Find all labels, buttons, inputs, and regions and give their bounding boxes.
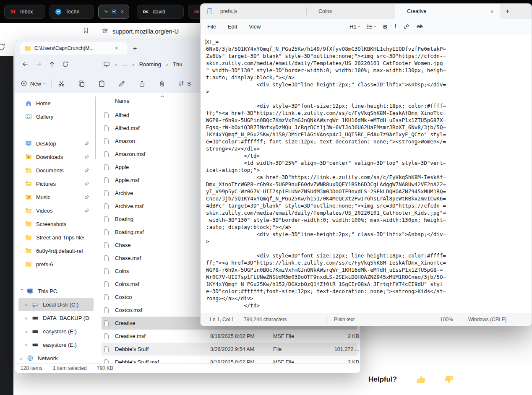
- browser-tab-inbox[interactable]: M Inbox: [4, 5, 45, 19]
- sidebar-item[interactable]: Videos: [18, 204, 94, 217]
- sidebar-tree-item[interactable]: › easystore (E:): [18, 325, 94, 338]
- file-row[interactable]: Debbie's Stuff 3/26/2023 9:54 AM File 10…: [102, 343, 357, 356]
- link-icon: [403, 23, 409, 30]
- sidebar-item[interactable]: Pictures: [18, 177, 94, 190]
- list-button[interactable]: ›: [367, 23, 376, 30]
- explorer-tab[interactable]: C:\Users\CapnCrunch(M... ×: [20, 42, 127, 55]
- browser-tab-active[interactable]: R ×: [98, 5, 129, 19]
- sidebar-tree-item[interactable]: › Network: [18, 351, 94, 364]
- bookmark-icon[interactable]: [82, 27, 89, 34]
- refresh-button[interactable]: [59, 57, 72, 71]
- sidebar-item-icon: [32, 301, 39, 308]
- browser-tab-tech[interactable]: Techn: [50, 5, 94, 19]
- notepad-tab-prefs[interactable]: prefs.js: [216, 4, 306, 19]
- file-row[interactable]: Debbie's Stuff.msf 8/18/2025 8:02 PM MSF…: [102, 356, 357, 364]
- strikethrough-button[interactable]: ab: [417, 23, 422, 29]
- chevron-icon[interactable]: ›: [19, 288, 26, 293]
- sidebar-item-label: Home: [36, 100, 94, 107]
- sidebar-item-icon: [25, 167, 32, 174]
- bold-button[interactable]: B: [383, 23, 387, 30]
- menu-edit[interactable]: Edit: [222, 23, 243, 30]
- pin-icon: [84, 154, 89, 159]
- new-tab-button[interactable]: +: [133, 45, 137, 52]
- chevron-icon[interactable]: ›: [25, 328, 29, 335]
- sidebar-item[interactable]: prefs-6: [18, 257, 94, 271]
- sidebar-item[interactable]: Music: [18, 190, 94, 204]
- this-pc-icon[interactable]: [103, 61, 110, 68]
- item-count: 128 items: [21, 365, 42, 371]
- sidebar-item[interactable]: Downloads: [18, 150, 94, 164]
- sidebar-item[interactable]: Street and Trips files: [18, 231, 94, 244]
- code-line: 1KY4xYQmqf_N_PGu25Kw/h150/3MirElAGiVAnsp…: [206, 131, 532, 138]
- code-line: [206, 245, 532, 252]
- share-button[interactable]: [137, 78, 147, 88]
- code-line: yT_V99p5yC-Wr0G7V-UII7sp1FLUNeZNSUdM3m03…: [206, 188, 532, 195]
- link-button[interactable]: [403, 23, 409, 30]
- breadcrumb-roaming[interactable]: Roaming: [139, 61, 161, 68]
- sidebar-tree-item[interactable]: › Local Disk (C:): [18, 298, 94, 311]
- sort-button[interactable]: S: [178, 80, 191, 87]
- menu-file[interactable]: File: [201, 23, 222, 30]
- sidebar-tree-item[interactable]: › easystore (E:): [18, 338, 94, 351]
- rename-button[interactable]: [117, 78, 127, 88]
- breadcrumb-separator: ›: [115, 61, 117, 68]
- status-divider: [463, 317, 463, 323]
- close-icon[interactable]: ×: [490, 8, 493, 15]
- sidebar-item-label: Pictures: [36, 181, 84, 187]
- sidebar-item-label: Local Disk (C:): [43, 301, 94, 308]
- heading-button[interactable]: H1 ›: [349, 23, 360, 30]
- chevron-icon[interactable]: ›: [25, 301, 29, 308]
- sidebar-item[interactable]: Gallery: [18, 110, 94, 123]
- new-tab-button[interactable]: +: [506, 8, 509, 15]
- sidebar-item[interactable]: Screenshots: [18, 217, 94, 231]
- breadcrumb-current[interactable]: Thu: [173, 61, 182, 68]
- thumbs-up-icon[interactable]: [416, 374, 426, 385]
- notepad-tab-bar: prefs.js Coins Creative × +: [201, 4, 532, 19]
- notepad-tab-coins[interactable]: Coins: [307, 4, 395, 19]
- chevron-icon[interactable]: ›: [25, 315, 29, 321]
- italic-button[interactable]: I: [394, 23, 396, 30]
- file-size: 101,272 ...: [323, 346, 359, 352]
- file-icon: [103, 294, 110, 301]
- pin-icon: [84, 168, 89, 173]
- thumbs-down-icon[interactable]: [444, 374, 454, 385]
- chevron-down-icon: ›: [42, 83, 47, 84]
- tune-icon[interactable]: [102, 28, 108, 34]
- reload-icon[interactable]: [0, 43, 5, 51]
- line-ending[interactable]: Windows (CRLF): [468, 317, 506, 322]
- file-row[interactable]: Creative.msf 8/18/2025 8:02 PM MSF File …: [102, 330, 357, 343]
- sidebar-item[interactable]: Home: [18, 96, 94, 110]
- sidebar-tree-item[interactable]: › This PC: [18, 284, 94, 298]
- sidebar-item[interactable]: Documents: [18, 164, 94, 177]
- chevron-icon[interactable]: ›: [25, 342, 29, 348]
- copy-button[interactable]: [76, 78, 86, 88]
- sidebar-tree-item[interactable]: › DATA_BACKUP (D:: [18, 311, 94, 325]
- browser-tab-david[interactable]: DK david: [137, 5, 184, 19]
- breadcrumb-separator: ›: [166, 61, 168, 68]
- sidebar-scrollbar[interactable]: [95, 96, 96, 159]
- breadcrumb-ellipsis[interactable]: …: [122, 61, 127, 68]
- sidebar-item[interactable]: 6u8y4rdj.default-rel: [18, 244, 94, 257]
- file-date-modified: 3/26/2023 9:54 AM: [210, 346, 273, 352]
- new-button[interactable]: New ›: [21, 80, 45, 87]
- forward-button[interactable]: [32, 57, 45, 71]
- helpful-label: Helpful?: [368, 375, 397, 384]
- document-mode[interactable]: Plain text: [334, 317, 355, 322]
- sidebar-item[interactable]: Desktop: [18, 137, 94, 150]
- chevron-icon[interactable]: ›: [20, 355, 24, 361]
- sidebar-item-icon: [25, 180, 32, 187]
- editor-area[interactable]: XT_=6Nv8/3jb/5Q1KY4xYQmqf_N_PGu25Kw/h149…: [201, 34, 532, 313]
- close-icon[interactable]: ×: [115, 45, 118, 51]
- back-button[interactable]: [18, 57, 32, 71]
- paste-button[interactable]: [96, 78, 107, 88]
- menu-view[interactable]: View: [243, 23, 266, 30]
- zoom-level[interactable]: 100%: [440, 317, 453, 322]
- up-button[interactable]: [45, 57, 59, 71]
- notepad-tab-creative[interactable]: Creative ×: [395, 4, 500, 19]
- code-line: strong></a></div>: [206, 145, 532, 152]
- delete-button[interactable]: [157, 78, 167, 88]
- sidebar-item-icon: [25, 113, 32, 120]
- close-icon[interactable]: ×: [120, 8, 124, 15]
- url-text[interactable]: support.mozilla.org/en-U: [112, 28, 179, 35]
- cut-button[interactable]: [56, 78, 66, 88]
